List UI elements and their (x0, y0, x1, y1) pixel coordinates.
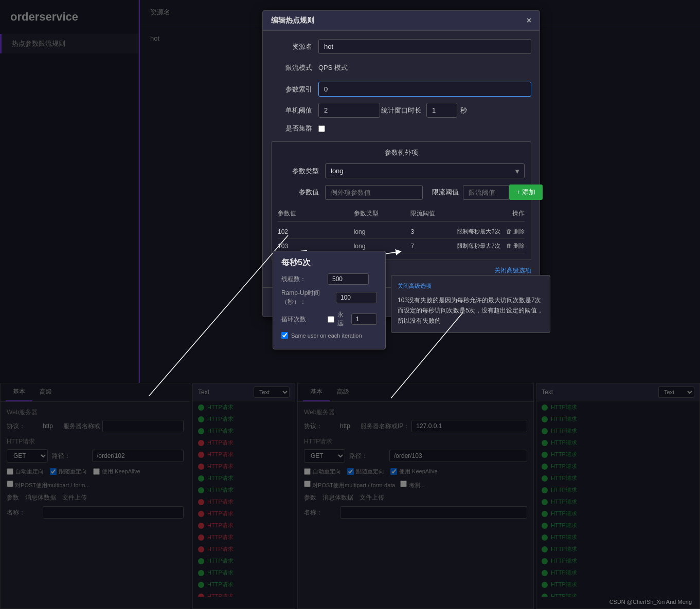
advanced-link[interactable]: 关闭高级选项 (398, 282, 544, 291)
tooltip-popup: 每秒5次 线程数： Ramp-Up时间（秒）： 循环次数 永远 Same use… (273, 251, 386, 349)
same-user-checkbox[interactable] (281, 332, 288, 339)
exception-section-title: 参数例外项 (278, 148, 525, 157)
loop-count-input[interactable] (351, 313, 377, 325)
sampler-row: Same user on each iteration (281, 332, 377, 339)
row-102-action: 限制每秒最大3次 🗑 删除 (448, 228, 525, 235)
cluster-label: 是否集群 (271, 124, 312, 133)
resource-name-row: 资源名 (271, 39, 531, 54)
modal-body: 资源名 限流模式 QPS 模式 参数索引 单机阈值 统计窗口时长 秒 是否集群 … (263, 31, 540, 287)
row-103-type: long (354, 243, 411, 250)
row-102-value: 102 (278, 228, 354, 235)
param-value-input[interactable] (325, 185, 423, 200)
modal-header: 编辑热点规则 × (263, 11, 540, 31)
param-type-select[interactable]: long String int double float char byte s… (325, 163, 525, 178)
param-value-label: 参数值 (278, 188, 319, 197)
mode-label: 限流模式 (271, 63, 312, 72)
param-index-row: 参数索引 (271, 82, 531, 97)
col-threshold-header: 限流阈值 (410, 209, 448, 218)
row-103-action: 限制每秒最大7次 🗑 删除 (448, 242, 525, 250)
thread-count-input[interactable] (328, 273, 369, 285)
loop-row: 循环次数 永远 (281, 310, 377, 328)
col-value-header: 参数值 (278, 209, 354, 218)
row-102-type: long (354, 228, 411, 235)
row-102-threshold: 3 (410, 228, 448, 235)
loop-label: 循环次数 (281, 315, 328, 324)
row-103-threshold: 7 (410, 243, 448, 250)
param-index-label: 参数索引 (271, 85, 312, 94)
col-type-header: 参数类型 (354, 209, 411, 218)
loop-forever-label: 永远 (337, 310, 347, 328)
modal-title: 编辑热点规则 (271, 16, 314, 25)
param-index-input[interactable] (318, 82, 531, 97)
modal-close-button[interactable]: × (527, 16, 531, 25)
cluster-row: 是否集群 (271, 124, 531, 133)
threshold-label: 单机阈值 (271, 106, 312, 115)
row-102-delete-btn[interactable]: 🗑 删除 (506, 228, 525, 234)
threshold-input[interactable] (318, 103, 380, 118)
resource-name-label: 资源名 (271, 42, 312, 51)
param-type-label: 参数类型 (278, 167, 319, 176)
stat-window-label: 统计窗口时长 (380, 106, 421, 115)
mode-row: 限流模式 QPS 模式 (271, 60, 531, 76)
cluster-checkbox[interactable] (318, 125, 325, 132)
row-102-action-text: 限制每秒最大3次 (457, 228, 500, 234)
ramp-up-label: Ramp-Up时间（秒）： (281, 289, 336, 306)
param-type-select-wrapper: long String int double float char byte s… (325, 163, 525, 178)
advanced-options-link[interactable]: 关闭高级选项 (494, 267, 531, 274)
sampler-label: Same user on each iteration (291, 333, 362, 339)
row-103-delete-btn[interactable]: 🗑 删除 (506, 243, 525, 249)
mode-value: QPS 模式 (318, 60, 348, 76)
ramp-up-input[interactable] (336, 292, 377, 303)
param-value-row: 参数值 限流阈值 + 添加 (278, 184, 525, 200)
table-row: 102 long 3 限制每秒最大3次 🗑 删除 (278, 225, 525, 239)
thread-count-row: 线程数： (281, 273, 377, 285)
threshold-field-label: 限流阈值 (423, 188, 459, 197)
stat-window-unit: 秒 (460, 106, 467, 115)
threshold-field-input[interactable] (463, 185, 509, 200)
exception-section: 参数例外项 参数类型 long String int double float … (271, 141, 531, 260)
param-type-row: 参数类型 long String int double float char b… (278, 163, 525, 178)
watermark: CSDN @CherISh_Xin And Meng (609, 599, 692, 605)
loop-forever-checkbox[interactable] (328, 316, 334, 323)
col-action-header: 操作 (448, 209, 525, 218)
stat-window-input[interactable] (426, 103, 457, 118)
exception-table-header: 参数值 参数类型 限流阈值 操作 (278, 206, 525, 222)
thread-count-label: 线程数： (281, 275, 328, 284)
resource-name-input[interactable] (318, 39, 531, 54)
row-103-value: 103 (278, 243, 354, 250)
ramp-up-row: Ramp-Up时间（秒）： (281, 289, 377, 306)
add-exception-button[interactable]: + 添加 (509, 184, 543, 200)
tooltip-title: 每秒5次 (281, 257, 377, 268)
explanation-box: 关闭高级选项 103没有失败的是因为每秒允许的最大访问次数是7次 而设定的每秒访… (391, 275, 550, 333)
row-103-action-text: 限制每秒最大7次 (457, 243, 500, 249)
threshold-stat-row: 单机阈值 统计窗口时长 秒 (271, 103, 531, 118)
explanation-text: 103没有失败的是因为每秒允许的最大访问次数是7次 而设定的每秒访问次数是5次，… (398, 295, 544, 326)
